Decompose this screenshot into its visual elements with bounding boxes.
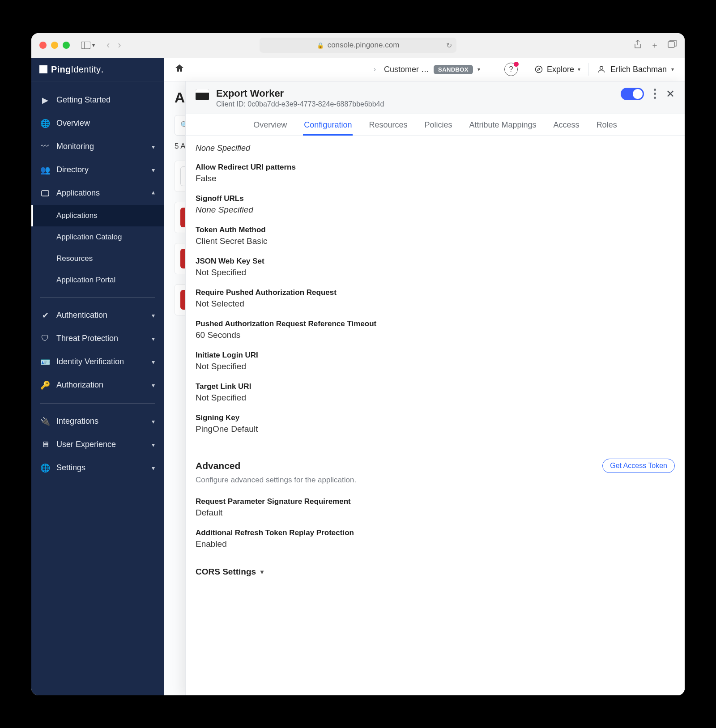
help-button[interactable]: ? xyxy=(504,63,518,76)
sidebar-item-label: Settings xyxy=(56,463,85,473)
tab-policies[interactable]: Policies xyxy=(423,114,453,135)
sidebar-item-overview[interactable]: 🌐 Overview xyxy=(31,112,164,135)
maximize-window[interactable] xyxy=(63,42,70,49)
sidebar-item-label: Directory xyxy=(56,165,89,175)
chevron-down-icon: ▾ xyxy=(152,312,155,319)
drawer-header: Export Worker Client ID: 0c0ba7dd-e3e9-4… xyxy=(186,81,685,114)
drawer-body[interactable]: None Specified Allow Redirect URI patter… xyxy=(186,136,685,695)
tab-attribute-mappings[interactable]: Attribute Mappings xyxy=(469,114,537,135)
section-title: Advanced xyxy=(196,460,240,471)
field-allow-redirect: Allow Redirect URI patterns False xyxy=(196,163,675,183)
sidebar: PingIdentity. ▶ Getting Started 🌐 Overvi… xyxy=(31,58,164,695)
sidebar-item-label: Integrations xyxy=(56,417,98,426)
explore-button[interactable]: Explore ▾ xyxy=(534,65,580,74)
lock-icon: 🔒 xyxy=(317,42,324,49)
people-icon: 👥 xyxy=(40,165,50,175)
field-par-timeout: Pushed Authorization Request Reference T… xyxy=(196,319,675,340)
sidebar-item-settings[interactable]: 🌐 Settings ▾ xyxy=(31,456,164,480)
sidebar-item-integrations[interactable]: 🔌 Integrations ▾ xyxy=(31,410,164,433)
field-label: Signoff URLs xyxy=(196,194,675,203)
field-value: None Specified xyxy=(196,144,675,153)
close-window[interactable] xyxy=(39,42,47,49)
svg-rect-3 xyxy=(42,191,49,196)
user-menu[interactable]: Erlich Bachman ▾ xyxy=(597,65,674,74)
svg-rect-0 xyxy=(81,42,90,49)
gear-icon: 🌐 xyxy=(40,463,50,473)
sidebar-item-identity-verification[interactable]: 🪪 Identity Verification ▾ xyxy=(31,350,164,374)
field-value: Not Specified xyxy=(196,393,675,403)
refresh-icon[interactable]: ↻ xyxy=(446,41,452,50)
sidebar-subitem-resources[interactable]: Resources xyxy=(31,248,164,269)
sidebar-item-authentication[interactable]: ✔ Authentication ▾ xyxy=(31,304,164,327)
field-label: Initiate Login URI xyxy=(196,351,675,360)
sidebar-item-applications[interactable]: Applications ▾ xyxy=(31,182,164,205)
sidebar-item-directory[interactable]: 👥 Directory ▾ xyxy=(31,158,164,182)
sidebar-subitem-app-catalog[interactable]: Application Catalog xyxy=(31,226,164,248)
breadcrumb-text: Customer … xyxy=(384,65,429,74)
sidebar-item-threat-protection[interactable]: 🛡 Threat Protection ▾ xyxy=(31,327,164,350)
field-label: Signing Key xyxy=(196,413,675,422)
chevron-down-icon: ▾ xyxy=(152,358,155,366)
chevron-down-icon: ▾ xyxy=(260,568,264,575)
env-selector[interactable]: Customer … SANDBOX ▾ xyxy=(384,65,480,74)
new-tab-icon[interactable]: ＋ xyxy=(651,40,659,51)
sidebar-item-label: Applications xyxy=(56,211,98,220)
field-signing-key: Signing Key PingOne Default xyxy=(196,413,675,434)
field-signoff-urls: Signoff URLs None Specified xyxy=(196,194,675,215)
divider xyxy=(588,63,589,76)
field-value: Not Specified xyxy=(196,362,675,371)
sidebar-item-monitoring[interactable]: 〰 Monitoring ▾ xyxy=(31,135,164,158)
sidebar-item-label: Authorization xyxy=(56,380,103,390)
svg-point-4 xyxy=(535,66,542,73)
sidebar-item-user-experience[interactable]: 🖥 User Experience ▾ xyxy=(31,433,164,456)
field-token-auth: Token Auth Method Client Secret Basic xyxy=(196,226,675,246)
sidebar-item-getting-started[interactable]: ▶ Getting Started xyxy=(31,89,164,112)
check-icon: ✔ xyxy=(40,311,50,320)
sidebar-item-label: Threat Protection xyxy=(56,334,118,343)
client-id: Client ID: 0c0ba7dd-e3e9-4773-824e-6887b… xyxy=(216,100,384,108)
address-bar[interactable]: 🔒 console.pingone.com ↻ xyxy=(260,38,456,53)
chevron-down-icon: ▾ xyxy=(152,382,155,389)
chevron-down-icon: ▾ xyxy=(152,335,155,342)
tab-overview[interactable]: Overview xyxy=(252,114,288,135)
tabs-icon[interactable] xyxy=(668,40,677,51)
nav-back[interactable]: ‹ xyxy=(107,39,110,51)
minimize-window[interactable] xyxy=(51,42,58,49)
address-text: console.pingone.com xyxy=(328,41,400,50)
nav-forward[interactable]: › xyxy=(118,39,121,51)
enabled-toggle[interactable] xyxy=(621,88,644,100)
screen-icon: 🖥 xyxy=(40,440,50,449)
get-access-token-button[interactable]: Get Access Token xyxy=(602,459,675,473)
field-value: Not Specified xyxy=(196,268,675,277)
main: › Customer … SANDBOX ▾ ? Explore ▾ xyxy=(164,58,685,695)
sidebar-item-authorization[interactable]: 🔑 Authorization ▾ xyxy=(31,374,164,397)
window-controls xyxy=(39,42,70,49)
sidebar-item-label: Application Portal xyxy=(56,276,115,285)
field-label: Additional Refresh Token Replay Protecti… xyxy=(196,528,675,537)
close-icon[interactable]: ✕ xyxy=(666,88,675,100)
field-value: Client Secret Basic xyxy=(196,236,675,246)
section-title: CORS Settings xyxy=(196,567,256,577)
cors-settings-toggle[interactable]: CORS Settings ▾ xyxy=(196,567,675,577)
sidebar-toggle[interactable]: ▾ xyxy=(78,42,98,49)
sidebar-item-label: Applications xyxy=(56,188,100,198)
field-value: PingOne Default xyxy=(196,424,675,434)
sidebar-item-label: Identity Verification xyxy=(56,357,124,366)
tab-roles[interactable]: Roles xyxy=(596,114,618,135)
sidebar-subitem-applications[interactable]: Applications xyxy=(31,205,164,226)
pulse-icon: 〰 xyxy=(40,142,50,151)
chevron-down-icon: ▾ xyxy=(152,143,155,150)
more-menu[interactable] xyxy=(654,89,656,99)
tab-resources[interactable]: Resources xyxy=(368,114,408,135)
sidebar-subitem-app-portal[interactable]: Application Portal xyxy=(31,269,164,291)
browser-window: ▾ ‹ › 🔒 console.pingone.com ↻ ＋ xyxy=(31,33,685,695)
sidebar-item-label: Getting Started xyxy=(56,95,111,105)
divider xyxy=(196,445,675,445)
chevron-down-icon: ▾ xyxy=(578,66,580,72)
tab-access[interactable]: Access xyxy=(553,114,580,135)
drawer-tabs: Overview Configuration Resources Policie… xyxy=(186,114,685,136)
home-icon[interactable] xyxy=(175,64,184,75)
tab-configuration[interactable]: Configuration xyxy=(303,114,353,135)
share-icon[interactable] xyxy=(634,40,642,51)
drawer-title: Export Worker xyxy=(216,88,384,99)
